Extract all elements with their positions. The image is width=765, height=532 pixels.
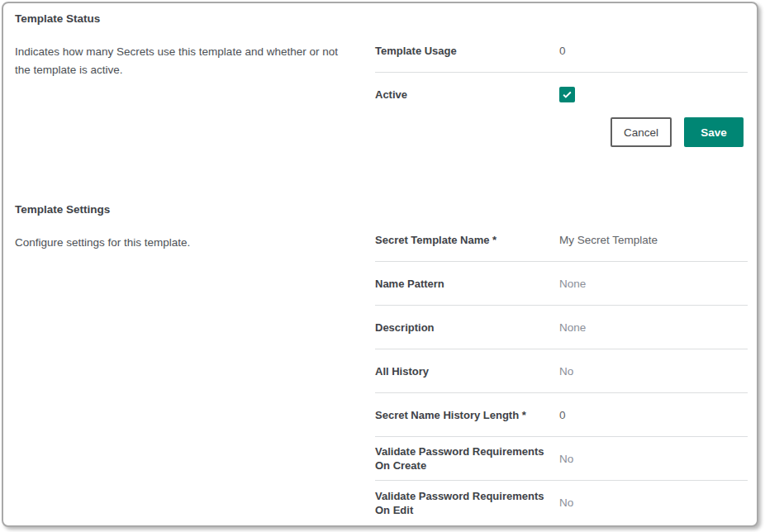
field-value: 0 xyxy=(559,409,748,421)
field-row: All HistoryNo xyxy=(375,349,748,393)
field-value xyxy=(559,87,748,102)
template-settings-intro: Template Settings Configure settings for… xyxy=(15,202,375,525)
field-label: Secret Template Name * xyxy=(375,233,559,247)
field-row: Name PatternNone xyxy=(375,262,748,306)
template-status-intro: Template Status Indicates how many Secre… xyxy=(15,11,375,147)
checkmark-icon xyxy=(562,89,573,100)
template-status-fields: Template Usage0Active Cancel Save xyxy=(375,11,748,147)
field-value: No xyxy=(559,365,748,378)
field-value: None xyxy=(559,321,748,334)
field-row: Template Usage0 xyxy=(375,30,748,73)
field-row: Validate Password Requirements On EditNo xyxy=(375,481,748,525)
field-value: None xyxy=(559,278,748,290)
field-row: Validate Password Requirements On Create… xyxy=(375,437,748,481)
field-label: All History xyxy=(375,364,559,378)
field-label: Name Pattern xyxy=(375,277,559,291)
section-template-status: Template Status Indicates how many Secre… xyxy=(15,11,748,147)
field-value: No xyxy=(559,496,748,509)
section-template-settings: Template Settings Configure settings for… xyxy=(15,202,748,525)
page-frame: Template Status Indicates how many Secre… xyxy=(2,2,758,527)
field-label: Validate Password Requirements On Edit xyxy=(375,489,559,517)
template-settings-description: Configure settings for this template. xyxy=(15,234,344,252)
cancel-button[interactable]: Cancel xyxy=(611,117,672,147)
template-settings-title: Template Settings xyxy=(15,203,375,216)
field-label: Validate Password Requirements On Create xyxy=(375,444,559,473)
template-settings-rows: Secret Template Name *My Secret Template… xyxy=(375,218,748,525)
field-label: Description xyxy=(375,321,559,335)
field-label: Secret Name History Length * xyxy=(375,408,559,422)
field-row: DescriptionNone xyxy=(375,306,748,349)
active-checkbox[interactable] xyxy=(559,87,575,102)
field-value: No xyxy=(559,453,748,465)
field-value: 0 xyxy=(559,45,748,57)
template-status-title: Template Status xyxy=(15,12,375,25)
field-row: Active xyxy=(375,73,748,116)
form-actions: Cancel Save xyxy=(375,117,748,147)
field-row: Secret Template Name *My Secret Template xyxy=(375,218,748,262)
field-label: Template Usage xyxy=(375,44,559,58)
field-row: Secret Name History Length *0 xyxy=(375,393,748,437)
template-settings-fields: Secret Template Name *My Secret Template… xyxy=(375,202,748,525)
template-status-rows: Template Usage0Active xyxy=(375,30,748,116)
field-label: Active xyxy=(375,88,559,102)
field-value: My Secret Template xyxy=(559,234,748,246)
save-button[interactable]: Save xyxy=(684,117,744,147)
template-status-description: Indicates how many Secrets use this temp… xyxy=(15,43,344,79)
